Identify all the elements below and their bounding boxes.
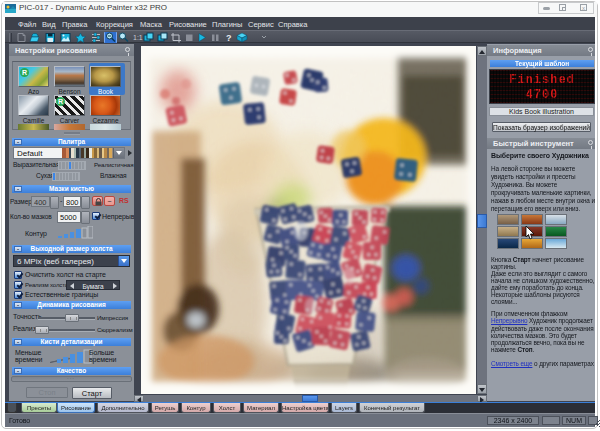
svg-text:?: ? <box>226 33 232 43</box>
svg-text:1:1: 1:1 <box>133 34 143 41</box>
